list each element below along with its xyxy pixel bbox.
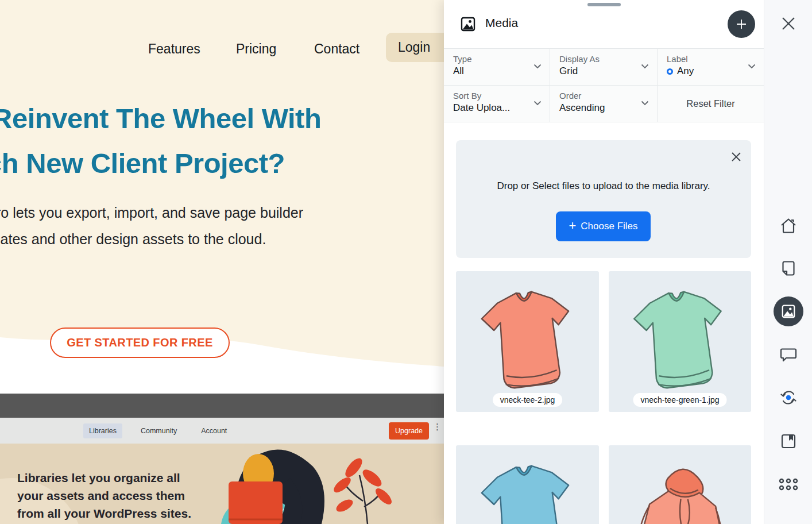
hero-body-line2: lates and other design assets to the clo…	[0, 231, 266, 248]
close-icon[interactable]	[780, 16, 796, 32]
filter-label-label: Label	[667, 54, 756, 64]
box-bookmark-icon[interactable]	[779, 432, 798, 450]
chevron-down-icon	[641, 101, 649, 106]
dashboard-illustration: Libraries let you organize all your asse…	[0, 444, 444, 524]
dropzone-message: Drop or Select files to upload to the me…	[456, 180, 751, 192]
file-icon[interactable]	[780, 260, 797, 277]
site-navigation: Features Pricing Contact Login	[0, 0, 444, 69]
tee-mint-image	[609, 271, 751, 412]
choose-files-button[interactable]: + Choose Files	[556, 211, 651, 241]
filter-order-dropdown[interactable]: Order Ascending	[550, 86, 658, 122]
caption-line2: your assets and access them	[17, 487, 191, 504]
caption-line3: from all your WordPress sites.	[17, 504, 191, 522]
chevron-down-icon	[748, 64, 756, 69]
media-filters: Type All Display As Grid Label Any Sort …	[444, 49, 764, 122]
kebab-menu-icon[interactable]: ⋮	[433, 425, 442, 429]
screen: Features Pricing Contact Login Reinvent …	[0, 0, 812, 524]
get-started-button[interactable]: GET STARTED FOR FREE	[50, 328, 230, 358]
filter-sort-by-dropdown[interactable]: Sort By Date Uploa...	[444, 86, 550, 122]
tee-coral-image	[456, 271, 599, 412]
dashboard-browser-bar	[0, 394, 444, 418]
nav-link-contact[interactable]: Contact	[314, 41, 359, 57]
home-icon[interactable]	[779, 217, 798, 235]
filter-display-as-value: Grid	[559, 66, 649, 77]
filter-label-value: Any	[667, 66, 756, 77]
plus-icon: +	[569, 219, 576, 232]
filter-type-label: Type	[453, 54, 542, 64]
upload-dropzone[interactable]: Drop or Select files to upload to the me…	[456, 140, 751, 258]
add-media-button[interactable]	[728, 10, 755, 38]
dashboard-tab-community[interactable]: Community	[135, 423, 183, 438]
sync-icon[interactable]	[779, 388, 798, 407]
media-panel-header: Media	[444, 0, 764, 49]
media-item-blue-tee[interactable]	[456, 445, 599, 524]
hero-headline-line2: ch New Client Project?	[0, 147, 285, 179]
media-icon	[780, 303, 796, 319]
filter-display-as-dropdown[interactable]: Display As Grid	[550, 49, 658, 86]
dashboard-screenshot: Libraries Community Account Upgrade ⋮	[0, 394, 444, 524]
filter-order-value: Ascending	[559, 102, 649, 114]
media-item-vnech-tee-green-1[interactable]: vnech-tee-green-1.jpg	[609, 271, 751, 412]
upgrade-button[interactable]: Upgrade	[389, 422, 429, 440]
plus-icon	[734, 17, 748, 31]
dashboard-toolbar: Libraries Community Account Upgrade ⋮	[0, 418, 444, 444]
filter-type-dropdown[interactable]: Type All	[444, 49, 550, 86]
media-panel: Media Type All Display As Grid Label Any	[444, 0, 764, 524]
filter-type-value: All	[453, 66, 542, 77]
filter-order-label: Order	[559, 91, 649, 101]
dashboard-tab-account[interactable]: Account	[195, 423, 233, 438]
chevron-down-icon	[533, 101, 542, 106]
right-toolbar	[764, 0, 812, 524]
website-page: Features Pricing Contact Login Reinvent …	[0, 0, 444, 524]
media-icon	[459, 16, 477, 33]
filename-badge: vnech-tee-green-1.jpg	[633, 393, 727, 407]
filter-sort-by-label: Sort By	[453, 91, 542, 101]
hoodie-coral-image	[609, 445, 751, 524]
tee-blue-image	[456, 445, 599, 524]
media-item-coral-hoodie[interactable]	[609, 445, 751, 524]
caption-line1: Libraries let you organize all	[17, 469, 191, 487]
filter-display-as-label: Display As	[559, 54, 649, 64]
chevron-down-icon	[641, 64, 649, 69]
media-item-vneck-tee-2[interactable]: vneck-tee-2.jpg	[456, 271, 599, 412]
dashboard-tab-libraries[interactable]: Libraries	[83, 423, 122, 438]
nav-link-features[interactable]: Features	[148, 41, 200, 57]
hero-headline-line1: Reinvent The Wheel With	[0, 102, 321, 134]
apps-grid-icon[interactable]	[778, 477, 799, 492]
label-any-ring-icon	[667, 68, 673, 75]
choose-files-label: Choose Files	[581, 221, 637, 232]
dashboard-caption: Libraries let you organize all your asse…	[17, 469, 191, 522]
reset-filter-button[interactable]: Reset Filter	[658, 86, 764, 122]
chevron-down-icon	[533, 64, 542, 69]
media-tab-active[interactable]	[774, 296, 803, 326]
dropzone-close-icon[interactable]	[731, 152, 741, 162]
nav-link-pricing[interactable]: Pricing	[236, 41, 276, 57]
hero-body-line1: ro lets you export, import, and save pag…	[0, 205, 303, 221]
panel-title: Media	[485, 16, 518, 30]
comment-icon[interactable]	[779, 346, 798, 363]
nav-login-button[interactable]: Login	[386, 33, 444, 62]
filter-label-text: Any	[677, 66, 694, 77]
filter-sort-by-value: Date Uploa...	[453, 102, 542, 114]
dashboard-nav: Libraries Community Account	[83, 418, 233, 444]
filter-label-dropdown[interactable]: Label Any	[658, 49, 764, 86]
filename-badge: vneck-tee-2.jpg	[493, 393, 563, 407]
